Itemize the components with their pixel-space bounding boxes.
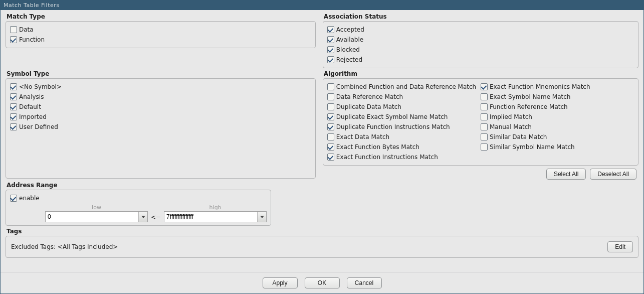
algorithm-label: Combined Function and Data Reference Mat… (336, 82, 476, 91)
algorithm-columns: Combined Function and Data Reference Mat… (327, 82, 634, 162)
tags-section: Tags Excluded Tags: <All Tags Included> … (6, 228, 638, 258)
algorithm-checkbox[interactable] (327, 113, 334, 120)
algorithm-checkbox[interactable] (481, 113, 488, 120)
association-status-row: Accepted (327, 25, 634, 35)
algorithm-row: Exact Function Mnemonics Match (481, 82, 634, 92)
algorithm-label: Similar Data Match (490, 132, 547, 141)
algorithm-row: Exact Function Bytes Match (327, 142, 481, 152)
algorithm-checkbox[interactable] (481, 103, 488, 110)
match-type-row: Function (10, 35, 311, 45)
deselect-all-button[interactable]: Deselect All (590, 169, 636, 180)
address-range-row: low <= high (10, 204, 267, 222)
algorithm-label: Duplicate Data Match (336, 102, 401, 111)
match-type-checkbox[interactable] (10, 36, 17, 43)
algorithm-row: Exact Symbol Name Match (481, 92, 634, 102)
mid-row: Symbol Type <No Symbol>AnalysisDefaultIm… (6, 70, 638, 180)
association-status-column: Association Status AcceptedAvailableBloc… (323, 13, 638, 68)
low-dropdown-button[interactable] (138, 212, 147, 222)
match-type-label: Data (19, 25, 34, 34)
algorithm-checkbox[interactable] (481, 123, 488, 130)
algorithm-checkbox[interactable] (327, 143, 334, 151)
algorithm-label: Exact Symbol Name Match (490, 92, 571, 101)
algorithm-checkbox[interactable] (327, 154, 334, 161)
ok-button[interactable]: OK (305, 277, 340, 288)
address-range-section: Address Range enable low (6, 182, 638, 226)
low-combo (45, 211, 148, 222)
high-combo (164, 211, 267, 222)
algorithm-label: Exact Function Bytes Match (336, 142, 419, 152)
association-status-checkbox[interactable] (327, 56, 334, 63)
address-range-group: enable low <= high (6, 190, 271, 226)
match-type-column: Match Type DataFunction (6, 13, 316, 68)
high-input[interactable] (164, 212, 257, 222)
tags-text: Excluded Tags: <All Tags Included> (11, 243, 118, 250)
top-row: Match Type DataFunction Association Stat… (6, 13, 638, 68)
apply-button[interactable]: Apply (263, 277, 298, 288)
algorithm-checkbox[interactable] (327, 133, 334, 140)
association-status-row: Available (327, 35, 634, 45)
range-operator: <= (149, 214, 163, 222)
algorithm-label: Data Reference Match (336, 92, 403, 101)
association-status-checkbox[interactable] (327, 46, 334, 53)
algorithm-row: Combined Function and Data Reference Mat… (327, 82, 481, 92)
window-titlebar: Match Table Filters (1, 1, 643, 10)
window-title: Match Table Filters (4, 2, 59, 9)
symbol-type-row: Default (10, 102, 311, 112)
algorithm-row: Similar Data Match (481, 132, 634, 142)
match-type-checkbox[interactable] (10, 26, 17, 33)
symbol-type-checkbox[interactable] (10, 123, 17, 130)
symbol-type-checkbox[interactable] (10, 93, 17, 100)
match-type-title: Match Type (6, 13, 316, 21)
low-input[interactable] (46, 212, 138, 222)
association-status-label: Available (336, 35, 363, 44)
algorithm-row: Exact Data Match (327, 132, 481, 142)
algorithm-checkbox[interactable] (481, 133, 488, 140)
symbol-type-checkbox[interactable] (10, 103, 17, 110)
algorithm-checkbox[interactable] (327, 83, 334, 90)
algorithm-group: Combined Function and Data Reference Mat… (323, 78, 638, 166)
algorithm-label: Manual Match (490, 122, 532, 131)
algorithm-label: Exact Function Mnemonics Match (490, 82, 590, 91)
association-status-label: Blocked (336, 45, 360, 54)
algorithm-checkbox[interactable] (481, 93, 488, 100)
algorithm-checkbox[interactable] (481, 143, 488, 151)
symbol-type-row: Imported (10, 112, 311, 122)
cancel-button[interactable]: Cancel (347, 277, 382, 288)
symbol-type-group: <No Symbol>AnalysisDefaultImportedUser D… (6, 78, 316, 179)
algorithm-row: Duplicate Exact Symbol Name Match (327, 112, 481, 122)
symbol-type-label: User Defined (19, 122, 58, 131)
address-enable-checkbox[interactable] (10, 195, 17, 202)
high-dropdown-button[interactable] (257, 212, 266, 222)
address-range-title: Address Range (6, 182, 638, 190)
algorithm-row: Data Reference Match (327, 92, 481, 102)
symbol-type-checkbox[interactable] (10, 83, 17, 90)
algorithm-label: Exact Data Match (336, 132, 389, 141)
association-status-title: Association Status (323, 13, 638, 21)
algorithm-title: Algorithm (323, 70, 638, 78)
tags-edit-button[interactable]: Edit (607, 241, 633, 252)
select-all-button[interactable]: Select All (546, 169, 586, 180)
address-enable-label: enable (19, 194, 40, 203)
algorithm-checkbox[interactable] (327, 123, 334, 130)
association-status-checkbox[interactable] (327, 26, 334, 33)
association-status-checkbox[interactable] (327, 36, 334, 43)
algorithm-row: Implied Match (481, 112, 634, 122)
association-status-row: Rejected (327, 55, 634, 65)
association-status-group: AcceptedAvailableBlockedRejected (323, 21, 638, 68)
algorithm-checkbox[interactable] (481, 83, 488, 90)
algorithm-row: Duplicate Data Match (327, 102, 481, 112)
symbol-type-row: <No Symbol> (10, 82, 311, 92)
algorithm-label: Implied Match (490, 112, 532, 121)
algorithm-checkbox[interactable] (327, 103, 334, 110)
match-type-group: DataFunction (6, 21, 316, 48)
symbol-type-label: Default (19, 102, 41, 111)
low-unit: low (45, 204, 148, 222)
algorithm-label: Duplicate Exact Symbol Name Match (336, 112, 448, 121)
algorithm-row: Function Reference Match (481, 102, 634, 112)
dialog-content: Match Type DataFunction Association Stat… (1, 10, 643, 272)
algorithm-column: Algorithm Combined Function and Data Ref… (323, 70, 638, 180)
tags-title: Tags (6, 228, 638, 236)
algorithm-button-bar: Select All Deselect All (323, 166, 638, 180)
symbol-type-checkbox[interactable] (10, 113, 17, 120)
algorithm-checkbox[interactable] (327, 93, 334, 100)
